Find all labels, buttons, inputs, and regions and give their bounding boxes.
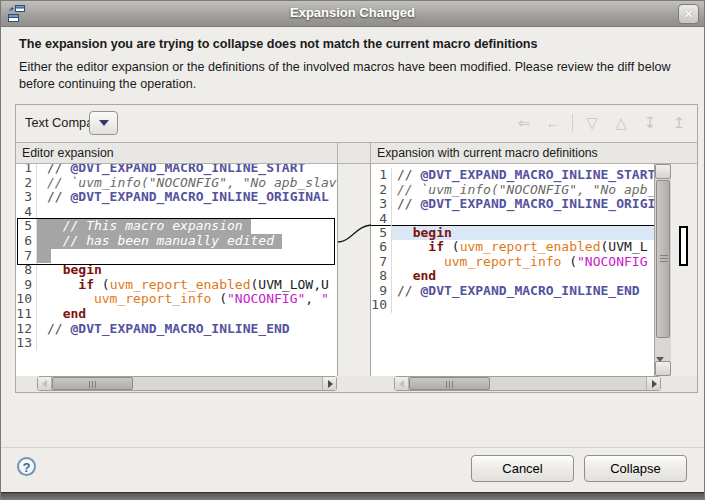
- next-change-icon[interactable]: ↧: [640, 113, 660, 133]
- code-text: // `uvm_info("NOCONFIG", "No apb_slav: [37, 176, 337, 191]
- code-text: // @DVT_EXPAND_MACRO_INLINE_START: [37, 164, 337, 176]
- code-text: [37, 205, 337, 220]
- left-horizontal-scrollbar[interactable]: [37, 376, 337, 391]
- scroll-down-button[interactable]: [655, 361, 671, 376]
- line-number: 7: [371, 255, 392, 270]
- code-line: 9 if (uvm_report_enabled(UVM_LOW,U: [16, 278, 337, 293]
- dialog-message: Either the editor expansion or the defin…: [19, 59, 685, 92]
- code-line: 5 // This macro expansion: [16, 219, 337, 234]
- arrow-left-icon: [399, 380, 404, 388]
- thumb-grip-icon: [89, 381, 97, 388]
- line-number: 1: [16, 164, 37, 176]
- code-text: [37, 336, 337, 351]
- code-text: // This macro expansion: [37, 219, 251, 234]
- code-text: // @DVT_EXPAND_MACRO_INLINE_END: [37, 322, 337, 337]
- compare-body: 1// @DVT_EXPAND_MACRO_INLINE_START2// `u…: [16, 164, 697, 376]
- button-bar: ? Cancel Collapse: [1, 447, 704, 494]
- code-text: // `uvm_info("NOCONFIG", "No apb_: [392, 183, 654, 198]
- line-number: 9: [371, 284, 392, 299]
- code-text: [392, 298, 654, 313]
- code-line: 6 // has been manually edited: [16, 234, 337, 249]
- arrow-right-icon: [652, 380, 657, 388]
- left-scroll-right-button[interactable]: [322, 377, 336, 390]
- compare-viewer: Text Compare ⇐←▽△↧↥ Editor expansion Exp…: [15, 104, 698, 393]
- right-pane-header: Expansion with current macro definitions: [371, 143, 697, 163]
- scroll-up-button[interactable]: [655, 164, 671, 179]
- line-number: 12: [16, 322, 37, 337]
- code-text: begin: [37, 263, 337, 278]
- diff-connector-gutter: [338, 164, 371, 376]
- code-line: 10: [371, 298, 654, 313]
- copy-all-right-to-left-icon[interactable]: ⇐: [514, 113, 534, 133]
- left-code-pane[interactable]: 1// @DVT_EXPAND_MACRO_INLINE_START2// `u…: [16, 164, 338, 376]
- code-line: 12// @DVT_EXPAND_MACRO_INLINE_END: [16, 322, 337, 337]
- line-number: 1: [371, 168, 392, 183]
- expansion-changed-dialog: Expansion Changed ✕ The expansion you ar…: [0, 0, 705, 500]
- overview-ruler[interactable]: [671, 164, 697, 376]
- line-number: 5: [371, 226, 392, 240]
- code-line: 8 end: [371, 269, 654, 284]
- close-button[interactable]: ✕: [678, 4, 699, 24]
- line-number: 11: [16, 307, 37, 322]
- code-text: end: [392, 269, 654, 284]
- code-text: // has been manually edited: [37, 234, 282, 249]
- line-number: 6: [371, 240, 392, 255]
- arrow-right-icon: [328, 380, 333, 388]
- previous-difference-icon[interactable]: △: [611, 113, 631, 133]
- code-line: 3// @DVT_EXPAND_MACRO_INLINE_ORIGINAL: [16, 190, 337, 205]
- line-number: 7: [16, 249, 37, 264]
- left-horizontal-thumb[interactable]: [52, 377, 133, 390]
- line-number: 13: [16, 336, 37, 351]
- code-text: // @DVT_EXPAND_MACRO_INLINE_ORIGINAL: [37, 190, 337, 205]
- line-number: 6: [16, 234, 37, 249]
- code-line: 11 end: [16, 307, 337, 322]
- diff-overview-marker[interactable]: [679, 226, 688, 266]
- pane-headers: Editor expansion Expansion with current …: [16, 142, 697, 164]
- previous-change-icon[interactable]: ↥: [669, 113, 689, 133]
- code-text: uvm_report_info ("NOCONFIG", ": [37, 292, 337, 307]
- code-line: 1// @DVT_EXPAND_MACRO_INLINE_START: [371, 168, 654, 183]
- line-number: 2: [371, 183, 392, 198]
- thumb-grip-icon: [446, 381, 454, 388]
- close-icon: ✕: [683, 7, 693, 21]
- vertical-scrollbar[interactable]: [654, 164, 671, 376]
- right-scroll-right-button[interactable]: [646, 377, 660, 390]
- code-text: end: [37, 307, 337, 322]
- line-number: 8: [371, 269, 392, 284]
- line-number: 10: [16, 292, 37, 307]
- right-horizontal-thumb[interactable]: [409, 377, 490, 390]
- right-horizontal-scrollbar[interactable]: [394, 376, 661, 391]
- right-scroll-left-button[interactable]: [395, 377, 409, 390]
- code-line: 4: [371, 212, 654, 227]
- window-bottom-bezel: [1, 492, 704, 499]
- compare-mode-dropdown-button[interactable]: [89, 111, 118, 135]
- next-difference-icon[interactable]: ▽: [582, 113, 602, 133]
- code-line: 2// `uvm_info("NOCONFIG", "No apb_: [371, 183, 654, 198]
- help-button[interactable]: ?: [17, 457, 36, 476]
- code-line: 3// @DVT_EXPAND_MACRO_INLINE_ORIGI: [371, 197, 654, 212]
- code-text: // @DVT_EXPAND_MACRO_INLINE_ORIGI: [392, 197, 654, 212]
- code-line: 7 uvm_report_info ("NOCONFIG: [371, 255, 654, 270]
- right-region: 1// @DVT_EXPAND_MACRO_INLINE_START2// `u…: [371, 164, 697, 376]
- vertical-scrollbar-thumb[interactable]: [656, 180, 670, 338]
- copy-change-right-to-left-icon[interactable]: ←: [543, 113, 563, 133]
- cancel-button[interactable]: Cancel: [471, 455, 574, 482]
- window-title: Expansion Changed: [1, 5, 704, 20]
- line-number: 9: [16, 278, 37, 293]
- collapse-button[interactable]: Collapse: [584, 455, 687, 482]
- diff-connector-curve: [338, 164, 371, 376]
- code-text: // @DVT_EXPAND_MACRO_INLINE_END: [392, 284, 654, 299]
- code-line: 10 uvm_report_info ("NOCONFIG", ": [16, 292, 337, 307]
- code-text: if (uvm_report_enabled(UVM_L: [392, 240, 654, 255]
- horizontal-scrollbar-row: [16, 376, 697, 392]
- left-scroll-left-button[interactable]: [38, 377, 52, 390]
- left-pane-header: Editor expansion: [16, 143, 338, 163]
- code-line: 2// `uvm_info("NOCONFIG", "No apb_slav: [16, 176, 337, 191]
- code-text: [392, 212, 654, 227]
- right-code-pane[interactable]: 1// @DVT_EXPAND_MACRO_INLINE_START2// `u…: [371, 164, 654, 376]
- code-text: [37, 249, 51, 264]
- code-line: 7: [16, 249, 337, 264]
- line-number: 8: [16, 263, 37, 278]
- code-line: 4: [16, 205, 337, 220]
- code-line: 9// @DVT_EXPAND_MACRO_INLINE_END: [371, 284, 654, 299]
